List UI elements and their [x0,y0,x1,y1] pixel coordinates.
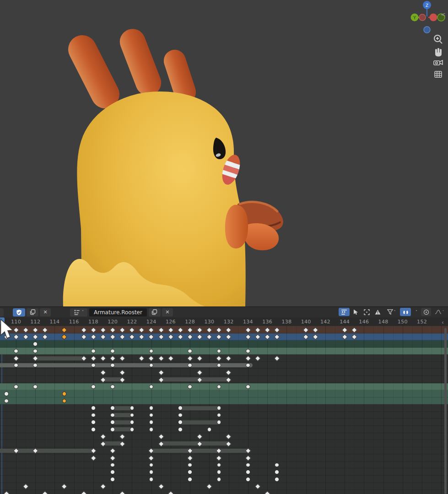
keyframe[interactable] [14,349,18,354]
fake-user-shield-button[interactable] [13,308,25,317]
show-errors-toggle[interactable] [373,308,383,316]
keyframe[interactable] [178,427,183,432]
keyframe-hold-bar[interactable] [161,377,229,381]
viewport-pan-icon[interactable] [435,48,442,57]
dopesheet-mode-button[interactable] [339,308,350,316]
keyframe-selected[interactable] [62,392,67,396]
keyframe[interactable] [33,385,38,389]
keyframe[interactable] [275,477,279,482]
editor-type-button-partial[interactable] [0,308,4,317]
keyframe-hold-bar[interactable] [113,420,132,424]
duplicate-action-button-2[interactable] [149,308,161,317]
keyframe[interactable] [207,427,212,432]
channel-row[interactable] [0,369,448,376]
frame-ruler[interactable]: 1101121141161181201221241261281301321341… [0,317,448,326]
keyframe[interactable] [246,385,250,389]
keyframe[interactable] [246,477,250,482]
keyframe[interactable] [91,349,96,354]
keyframe[interactable] [91,420,96,424]
channel-row[interactable] [0,490,448,494]
keyframe[interactable] [130,420,135,424]
channel-row[interactable] [0,383,448,391]
action-name-field[interactable]: Armature.Rooster [89,308,147,317]
channel-row[interactable] [0,483,448,490]
channel-row[interactable] [0,454,448,462]
filter-dropdown-button[interactable]: ˅ [384,308,399,316]
keyframe-hold-bar[interactable] [151,449,248,453]
channel-row[interactable] [0,404,448,412]
unlink-action-button[interactable]: ✕ [40,308,51,317]
channel-row[interactable] [0,326,448,333]
keyframe[interactable] [110,406,115,410]
keyframe-hold-bar[interactable] [161,441,229,446]
proportional-edit-toggle[interactable] [421,308,431,316]
channel-row[interactable] [0,426,448,433]
keyframe[interactable] [91,413,96,418]
keyframe[interactable] [178,413,183,418]
channel-row[interactable] [0,397,448,405]
keyframe[interactable] [130,427,135,432]
keyframe[interactable] [4,399,9,403]
keyframe[interactable] [14,363,18,368]
keyframe-hold-bar[interactable] [113,406,132,410]
channel-row[interactable] [0,412,448,419]
snap-dropdown-button[interactable]: ˅ [412,308,420,316]
keyframe-hold-bar[interactable] [180,420,219,424]
keyframe[interactable] [275,470,279,474]
keyframe[interactable] [246,463,250,467]
unlink-action-button-2[interactable]: ✕ [162,308,173,317]
keyframe-hold-bar[interactable] [0,363,253,367]
keyframe[interactable] [110,420,115,424]
channel-row[interactable] [0,333,448,341]
action-id-selector-button[interactable]: ˅ [70,308,87,317]
keyframe[interactable] [217,406,221,410]
channel-row[interactable] [0,390,448,397]
keyframe[interactable] [91,363,96,368]
keyframe[interactable] [217,477,221,482]
keyframe[interactable] [33,342,38,346]
keyframe[interactable] [178,406,183,410]
keyframe[interactable] [188,477,192,482]
channel-row[interactable] [0,476,448,483]
channel-row[interactable] [0,348,448,355]
viewport-sidebar-collapse-arrow[interactable]: < [441,11,446,18]
keyframe[interactable] [246,470,250,474]
keyframe[interactable] [110,385,115,389]
keyframe[interactable] [4,392,9,396]
keyframe-channel-area[interactable] [0,326,448,494]
snap-toggle-button[interactable] [400,308,411,316]
keyframe[interactable] [217,420,221,424]
keyframe[interactable] [33,349,38,354]
keyframe[interactable] [110,477,115,482]
channel-row[interactable] [0,419,448,426]
keyframe[interactable] [130,406,135,410]
channel-row[interactable] [0,462,448,469]
dopesheet-sidebar-collapse-arrow[interactable]: ‹ [442,319,444,326]
channel-row[interactable] [0,433,448,440]
keyframe[interactable] [110,427,115,432]
channel-row[interactable] [0,468,448,476]
keyframe-hold-bar[interactable] [113,413,132,417]
keyframe[interactable] [91,427,96,432]
falloff-dropdown-button[interactable]: ˅ [432,308,446,316]
3d-viewport[interactable]: Z Y [0,0,448,307]
only-selected-toggle[interactable] [351,308,361,316]
keyframe[interactable] [217,470,221,474]
keyframe-hold-bar[interactable] [180,406,219,410]
keyframe[interactable] [91,406,96,410]
keyframe-hold-bar[interactable] [113,427,132,431]
keyframe[interactable] [110,349,115,354]
keyframe-hold-bar[interactable] [35,356,84,360]
keyframe[interactable] [149,427,154,432]
keyframe[interactable] [246,363,250,368]
vertical-scrollbar[interactable] [444,328,447,494]
channel-row[interactable] [0,340,448,348]
keyframe[interactable] [188,470,192,474]
keyframe[interactable] [110,470,115,474]
keyframe[interactable] [91,385,96,389]
keyframe[interactable] [178,420,183,424]
keyframe[interactable] [246,349,250,354]
keyframe[interactable] [14,385,18,389]
frame-all-toggle[interactable] [362,308,372,316]
keyframe[interactable] [149,477,154,482]
